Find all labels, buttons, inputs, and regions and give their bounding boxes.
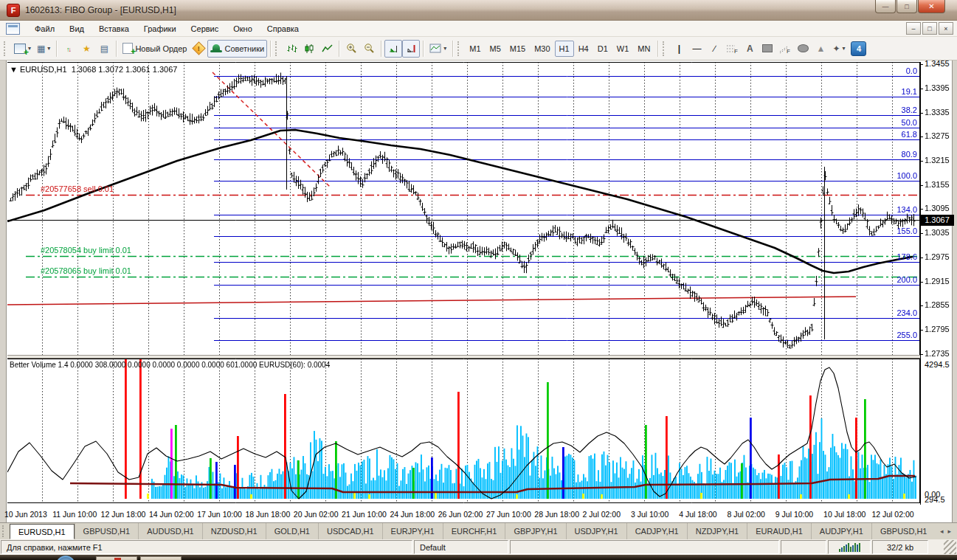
- child-minimize-button[interactable]: –: [906, 22, 921, 35]
- child-restore-button[interactable]: □: [922, 22, 937, 35]
- candlestick-chart-button[interactable]: [300, 40, 318, 58]
- pane-splitter[interactable]: [7, 355, 920, 359]
- terminal-icon: ▤: [100, 44, 108, 53]
- fib-level-label: 0.0: [906, 66, 917, 75]
- zoom-in-button[interactable]: [342, 40, 360, 58]
- new-order-button[interactable]: + Новый Ордер: [120, 40, 190, 58]
- order-line-label[interactable]: #20578065 buy limit 0.01: [41, 266, 131, 275]
- left-border-strip: [0, 61, 7, 522]
- tab-eurusd[interactable]: EURUSD,H1: [10, 524, 75, 539]
- market-watch-button[interactable]: ↑↓: [60, 40, 77, 58]
- ohlc-values: 1.3068 1.3072 1.3061 1.3067: [72, 65, 178, 74]
- tabs-scroll-left-icon[interactable]: ◂: [940, 528, 944, 535]
- menu-window[interactable]: Окно: [226, 22, 260, 35]
- fib-level-label: 19.1: [902, 87, 917, 96]
- toolbar-grip[interactable]: [4, 41, 8, 56]
- time-axis-label: 10 Jun 2013: [4, 510, 47, 519]
- tab-euraud[interactable]: EURAUD,H1: [747, 523, 811, 539]
- timeframe-d1-button[interactable]: D1: [593, 41, 612, 57]
- trendline-tool[interactable]: ∕: [705, 40, 723, 58]
- time-axis-label: 20 Jun 02:00: [294, 510, 339, 519]
- start-orb-icon[interactable]: [56, 556, 75, 560]
- terminal-button[interactable]: ▤: [95, 40, 113, 58]
- new-order-icon: +: [122, 43, 133, 54]
- menu-charts[interactable]: Графики: [137, 22, 184, 35]
- new-chart-icon: +: [14, 44, 26, 54]
- order-line-label[interactable]: #20577658 sell 0.01: [41, 184, 114, 193]
- minimize-button[interactable]: —: [875, 0, 896, 13]
- line-chart-button[interactable]: [318, 40, 336, 58]
- tab-eurjpy[interactable]: EURJPY,H1: [382, 523, 443, 539]
- timeframe-m15-button[interactable]: M15: [505, 41, 530, 57]
- tab-audusd[interactable]: AUDUSD,H1: [138, 523, 202, 539]
- indicators-button[interactable]: ▾: [426, 40, 449, 58]
- tab-cadjpy[interactable]: CADJPY,H1: [626, 523, 687, 539]
- rectangle-tool[interactable]: [759, 40, 776, 58]
- tab-eurchf[interactable]: EURCHF,H1: [443, 523, 505, 539]
- close-button[interactable]: ✕: [918, 0, 945, 13]
- volume-scale-min: 294.5: [925, 495, 945, 504]
- timeframe-m1-button[interactable]: M1: [465, 41, 485, 57]
- fibo-channel-tool[interactable]: F: [776, 40, 794, 58]
- restore-button[interactable]: □: [896, 0, 917, 13]
- status-help-text: Для справки, нажмите F1: [1, 540, 412, 554]
- tabs-scroll-right-icon[interactable]: ▸: [947, 528, 951, 535]
- auto-scroll-button[interactable]: [384, 40, 402, 58]
- taskbar-button[interactable]: [96, 556, 137, 560]
- candlestick-icon: [304, 44, 314, 54]
- triangle-tool[interactable]: ▲: [812, 40, 829, 58]
- time-axis-label: 10 Jul 18:00: [823, 510, 866, 519]
- tab-usdcad[interactable]: USDCAD,H1: [318, 523, 382, 539]
- volume-indicator-canvas[interactable]: [7, 359, 920, 503]
- menu-view[interactable]: Вид: [62, 22, 91, 35]
- status-profile[interactable]: Default: [414, 540, 508, 554]
- tab-usdjpy[interactable]: USDJPY,H1: [566, 523, 626, 539]
- price-scale-label: 1.3455: [925, 59, 950, 68]
- new-chart-button[interactable]: +▾: [11, 40, 34, 58]
- toolbar-grip[interactable]: [457, 41, 462, 56]
- status-connection-cell: [828, 540, 871, 554]
- toolbar-grip[interactable]: [663, 41, 667, 56]
- tab-nzdjpy[interactable]: NZDJPY,H1: [687, 523, 747, 539]
- fibo-retracement-icon: F: [726, 44, 738, 54]
- toolbar: +▾ ▦▾ ↑↓ ★ ▤ + Новый Ордер ! Советники ▾…: [0, 37, 957, 61]
- tab-gbpjpy[interactable]: GBPJPY,H1: [505, 523, 565, 539]
- menu-tools[interactable]: Сервис: [184, 22, 227, 35]
- timeframe-m30-button[interactable]: M30: [530, 41, 554, 57]
- order-line-label[interactable]: #20578054 buy limit 0.01: [41, 246, 131, 255]
- tab-gbpusd[interactable]: GBPUSD,H1: [75, 523, 139, 539]
- tab-gold[interactable]: GOLD,H1: [266, 523, 318, 539]
- timeframe-w1-button[interactable]: W1: [612, 41, 634, 57]
- chart-shift-button[interactable]: [402, 40, 420, 58]
- current-price-badge: 1.3067: [920, 215, 954, 226]
- menu-help[interactable]: Справка: [260, 22, 306, 35]
- timeframe-h1-button[interactable]: H1: [555, 41, 574, 57]
- horizontal-line-tool[interactable]: —: [688, 40, 705, 58]
- vertical-line-tool[interactable]: |: [670, 40, 688, 58]
- arrows-tool[interactable]: ✦▾: [829, 40, 848, 58]
- menu-insert[interactable]: Вставка: [91, 22, 137, 35]
- zoom-out-button[interactable]: [360, 40, 378, 58]
- price-chart-canvas[interactable]: [7, 62, 920, 355]
- chart-document-icon: [6, 23, 20, 35]
- child-close-button[interactable]: ×: [939, 22, 953, 35]
- menu-file[interactable]: Файл: [27, 22, 62, 35]
- navigator-button[interactable]: ★: [77, 40, 95, 58]
- text-tool[interactable]: A: [741, 40, 759, 58]
- tab-nzdusd[interactable]: NZDUSD,H1: [202, 523, 266, 539]
- bar-chart-button[interactable]: [283, 40, 300, 58]
- fibo-retracement-tool[interactable]: F: [723, 40, 741, 58]
- resize-grip[interactable]: [944, 540, 956, 554]
- taskbar-button[interactable]: [140, 556, 182, 560]
- expert-advisors-button[interactable]: Советники: [207, 40, 267, 58]
- tab-audjpy[interactable]: AUDJPY,H1: [811, 523, 871, 539]
- ellipse-tool[interactable]: [794, 40, 812, 58]
- timeframe-m5-button[interactable]: M5: [486, 41, 505, 57]
- timeframe-h4-button[interactable]: H4: [574, 41, 593, 57]
- alert-button[interactable]: !: [190, 40, 207, 58]
- timeframe-mn-button[interactable]: MN: [633, 41, 654, 57]
- profiles-button[interactable]: ▦▾: [34, 40, 53, 58]
- mql4-community-button[interactable]: 4: [851, 41, 866, 56]
- tab-gbpusd-2[interactable]: GBPUSD,H1: [871, 523, 936, 539]
- toolbar-grip[interactable]: [275, 41, 280, 56]
